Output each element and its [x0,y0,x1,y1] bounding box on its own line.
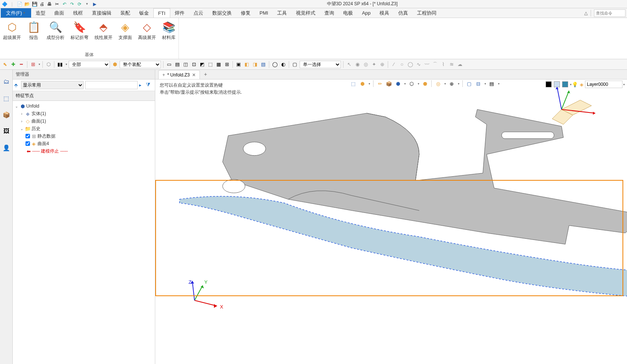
mgr-arrow-icon[interactable]: ▸ [139,82,144,88]
dropdown-icon[interactable]: ▼ [84,1,90,7]
mgr-filter-select[interactable]: 显示常用 [21,81,84,89]
tb-arrow2-icon[interactable]: ↖ [346,61,352,68]
menu-pmi[interactable]: PMI [255,8,273,18]
left-tab-box[interactable]: 📦 [2,110,11,119]
menu-app[interactable]: App [357,8,375,18]
tree-toggle-icon[interactable]: › [20,112,24,116]
vt-2-icon[interactable]: ⬢ [359,80,366,87]
tree-toggle-icon[interactable]: ⌄ [14,104,19,108]
vt-6-icon[interactable]: ⬡ [408,80,415,87]
tree-toggle-icon[interactable]: ⌄ [20,127,24,131]
tree-model-stop[interactable]: ⬅ ----- 建模停止 ----- [13,147,155,155]
tb-select-all[interactable]: 全部 [69,61,110,68]
doc-tab-unfold[interactable]: + * Unfold.Z3 ✕ [158,70,200,79]
menu-visual[interactable]: 视觉样式 [291,8,320,18]
left-tab-image[interactable]: 🖼 [2,127,11,136]
tree-root[interactable]: ⌄ ⬢ Unfold [13,102,155,110]
vt-10-icon[interactable]: ▢ [466,80,472,87]
open-icon[interactable]: 📂 [24,1,30,7]
canvas[interactable]: 您可以在自定义设置里设置热键 单击"帮助/显示提示"按钮来取消这些提示. ⬚ ⬢… [155,79,627,364]
tree-surface4[interactable]: ◈ 曲面4 [13,140,155,147]
redo-icon[interactable]: ↷ [69,1,75,7]
tb-sh3-icon[interactable]: ◯ [407,61,414,68]
tb-i15-icon[interactable]: ▢ [291,61,298,68]
mgr-filter-input[interactable] [85,81,138,89]
ribbon-super-unfold[interactable]: ⬡超级展开 [2,19,22,42]
tb-cursor-icon[interactable]: ⬉ [2,61,8,68]
menu-wireframe[interactable]: 线框 [69,8,87,18]
tb-bars-icon[interactable]: ▮▮ [57,61,63,68]
tb-sh7-icon[interactable]: ⌇ [440,61,447,68]
vt-7-icon[interactable]: ⬣ [422,80,428,87]
tree-checkbox[interactable] [26,134,30,138]
tb-sh4-icon[interactable]: ∿ [415,61,422,68]
close-icon[interactable]: ✕ [192,72,196,78]
tree-solid[interactable]: › ◆ 实体(1) [13,110,155,117]
tb-i13-icon[interactable]: ◯ [272,61,278,68]
tb-i3-icon[interactable]: ◫ [182,61,189,68]
tb-sh2-icon[interactable]: ○ [399,61,405,68]
vt-12-icon[interactable]: ▤ [488,80,495,87]
menu-pointcloud[interactable]: 点云 [189,8,208,18]
menu-query[interactable]: 查询 [320,8,339,18]
tb-i1-icon[interactable]: ▭ [166,61,172,68]
mgr-handle-icon[interactable]: ⬘ [14,82,20,88]
tb-cube-icon[interactable]: ⬢ [111,61,118,68]
tb-i2-icon[interactable]: ▤ [174,61,181,68]
tb-grid-icon[interactable]: ⊞ [30,61,36,68]
tb-i8-icon[interactable]: ⊞ [224,61,230,68]
left-tab-user[interactable]: 👤 [2,143,11,152]
file-menu[interactable]: 文件(F)▼ [1,8,31,18]
vt-9-icon[interactable]: ⊕ [448,80,455,87]
tb-select-mode[interactable]: 单一选择 [300,61,341,68]
tb-ci3-icon[interactable]: ✦ [370,61,377,68]
swatch-blue[interactable] [562,81,568,87]
ribbon-material-lib[interactable]: 📚材料库 [160,19,177,42]
tb-i9-icon[interactable]: ▣ [235,61,242,68]
tb-i4-icon[interactable]: ⊡ [190,61,197,68]
ribbon-report[interactable]: 📋报告 [26,19,42,42]
play-icon[interactable]: ▶ [92,1,98,7]
tb-plus-icon[interactable]: ✚ [10,61,16,68]
left-tab-assembly[interactable]: ⬚ [2,94,11,103]
menu-modeling[interactable]: 造型 [31,8,50,18]
search-command-input[interactable] [594,9,626,17]
tree-checkbox[interactable] [26,141,30,146]
menu-directedit[interactable]: 直接编辑 [87,8,116,18]
add-tab-button[interactable]: + [201,70,210,78]
left-tab-tree[interactable]: 🗂 [2,77,11,86]
tb-ci1-icon[interactable]: ◉ [354,61,361,68]
menu-assembly[interactable]: 装配 [116,8,135,18]
ribbon-form-analysis[interactable]: 🔍成型分析 [45,19,66,42]
cut-icon[interactable]: ✂ [54,1,60,7]
tree-surface[interactable]: › ◇ 曲面(1) [13,117,155,125]
ribbon-support-face[interactable]: ◈支撑面 [117,19,134,42]
undo-icon[interactable]: ↶ [62,1,68,7]
vt-5-icon[interactable]: ⬢ [394,80,401,87]
swatch-black[interactable] [546,81,552,87]
tb-i14-icon[interactable]: ◐ [280,61,286,68]
tb-sh1-icon[interactable]: ∕ [390,61,397,68]
app-icon[interactable]: 🔷 [2,1,8,7]
menu-tools[interactable]: 工具 [273,8,291,18]
menu-repair[interactable]: 修复 [236,8,255,18]
menu-surface[interactable]: 曲面 [50,8,69,18]
tb-sh9-icon[interactable]: ☁ [456,61,463,68]
tb-ci2-icon[interactable]: ◎ [362,61,369,68]
tb-ci4-icon[interactable]: ⊕ [379,61,386,68]
menu-dataexchange[interactable]: 数据交换 [208,8,236,18]
tb-i10-icon[interactable]: ◧ [243,61,250,68]
vt-11-icon[interactable]: ⊟ [475,80,482,87]
tb-minus-icon[interactable]: ━ [18,61,25,68]
tb-i12-icon[interactable]: ▧ [260,61,267,68]
tree-static-data[interactable]: ⊞ 静态数据 [13,132,155,140]
ribbon-collapse-icon[interactable]: △ [584,10,588,16]
vt-8-icon[interactable]: ◎ [435,80,441,87]
swatch-light[interactable] [554,81,560,87]
menu-sheetmetal[interactable]: 钣金 [135,8,153,18]
tb-sh6-icon[interactable]: ⌒ [432,61,438,68]
ribbon-mark-bend[interactable]: 🔖标记折弯 [69,19,90,42]
print-icon[interactable]: 🖨 [39,1,45,7]
tb-i7-icon[interactable]: ▦ [215,61,222,68]
ribbon-linear-unfold[interactable]: ⬘线性展开 [93,19,114,42]
